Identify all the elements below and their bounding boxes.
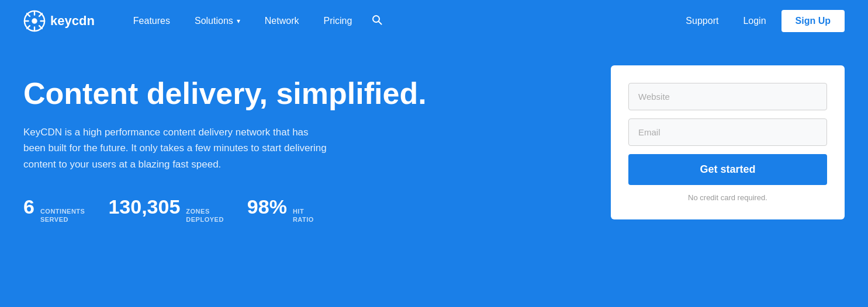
search-icon [372,15,382,25]
logo[interactable]: keycdn [23,10,95,32]
solutions-dropdown-icon: ▾ [237,17,240,25]
nav-item-solutions[interactable]: Solutions ▾ [185,11,250,31]
logo-text: keycdn [50,13,95,29]
email-input[interactable] [628,118,827,146]
nav-item-features[interactable]: Features [124,11,179,31]
stat-hit-ratio: 98% HITRATIO [247,196,314,224]
stat-hit-ratio-number: 98% [247,196,287,218]
stats-row: 6 CONTINENTSSERVED 130,305 ZONESDEPLOYED… [23,196,427,224]
navbar: keycdn Features Solutions ▾ Network Pric… [0,0,868,42]
stat-continents: 6 CONTINENTSSERVED [23,196,85,224]
nav-item-network[interactable]: Network [255,11,309,31]
svg-line-11 [379,21,382,24]
support-button[interactable]: Support [676,11,728,31]
hero-description: KeyCDN is a high performance content del… [23,124,327,172]
nav-right: Support Login Sign Up [676,10,845,32]
stat-continents-number: 6 [23,196,34,218]
login-button[interactable]: Login [734,11,775,31]
no-credit-card-text: No credit card required. [628,193,827,202]
search-button[interactable] [367,10,387,33]
hero-section: Content delivery, simplified. KeyCDN is … [0,42,868,307]
stat-zones: 130,305 ZONESDEPLOYED [108,196,223,224]
hero-left: Content delivery, simplified. KeyCDN is … [23,71,427,224]
signup-card: Get started No credit card required. [611,65,845,219]
website-input[interactable] [628,83,827,110]
stat-continents-label: CONTINENTSSERVED [40,207,85,224]
logo-icon [23,10,46,32]
nav-item-pricing[interactable]: Pricing [314,11,361,31]
svg-point-1 [32,18,37,24]
signup-button[interactable]: Sign Up [781,10,845,32]
stat-zones-label: ZONESDEPLOYED [186,207,224,224]
hero-title: Content delivery, simplified. [23,77,427,110]
stat-hit-ratio-label: HITRATIO [293,207,314,224]
nav-left: Features Solutions ▾ Network Pricing [124,10,677,33]
stat-zones-number: 130,305 [108,196,180,218]
get-started-button[interactable]: Get started [628,154,827,185]
